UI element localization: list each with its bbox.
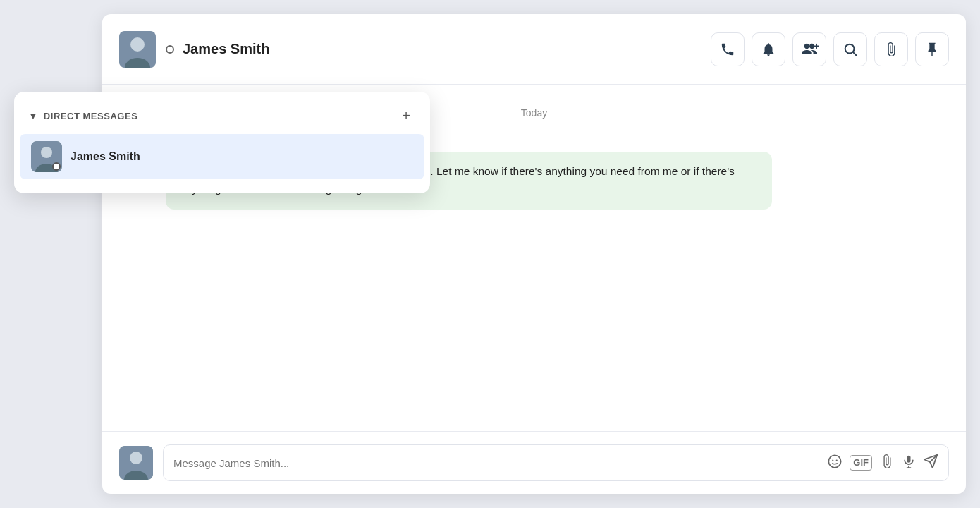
emoji-button[interactable] — [827, 454, 843, 473]
pin-icon — [924, 42, 940, 57]
svg-line-6 — [853, 52, 856, 55]
svg-rect-16 — [907, 455, 911, 462]
svg-point-14 — [832, 459, 833, 461]
svg-point-20 — [41, 147, 52, 158]
microphone-button[interactable] — [902, 454, 916, 473]
header-avatar — [119, 31, 156, 68]
chat-header: James Smith — [102, 14, 966, 85]
add-member-button[interactable] — [792, 32, 826, 66]
search-icon — [843, 42, 858, 57]
svg-point-13 — [829, 455, 841, 467]
sidebar-section-header: ▼ DIRECT MESSAGES + — [14, 106, 430, 134]
message-input-wrap: GIF — [163, 445, 949, 481]
attachment-icon — [883, 42, 899, 57]
add-dm-button[interactable]: + — [396, 106, 416, 126]
header-status-dot — [166, 45, 174, 54]
header-actions — [711, 32, 949, 66]
sidebar-panel: ▼ DIRECT MESSAGES + James Smith — [14, 92, 430, 193]
notifications-button[interactable] — [752, 32, 785, 66]
gif-button[interactable]: GIF — [850, 455, 872, 471]
message-input[interactable] — [173, 457, 820, 469]
search-button[interactable] — [833, 32, 867, 66]
svg-point-15 — [836, 459, 838, 461]
dm-avatar-wrap — [31, 141, 62, 172]
chat-input-area: GIF — [102, 431, 966, 494]
chat-window: James Smith — [102, 14, 966, 494]
clip-button[interactable] — [879, 454, 895, 473]
phone-button[interactable] — [711, 32, 745, 66]
pin-button[interactable] — [915, 32, 949, 66]
section-title-wrap: ▼ DIRECT MESSAGES — [28, 110, 137, 121]
svg-point-1 — [130, 37, 145, 52]
bell-icon — [761, 42, 776, 57]
section-title: DIRECT MESSAGES — [44, 111, 137, 121]
chevron-down-icon[interactable]: ▼ — [28, 110, 38, 121]
list-item[interactable]: James Smith — [20, 134, 424, 179]
add-user-icon — [800, 42, 819, 57]
status-dot — [52, 162, 61, 171]
svg-point-11 — [130, 452, 142, 464]
dm-contact-name: James Smith — [71, 150, 140, 163]
phone-icon — [720, 42, 735, 57]
send-button[interactable] — [923, 454, 938, 473]
attachment-button[interactable] — [874, 32, 908, 66]
input-avatar — [119, 446, 153, 480]
header-contact-name: James Smith — [183, 41, 711, 57]
